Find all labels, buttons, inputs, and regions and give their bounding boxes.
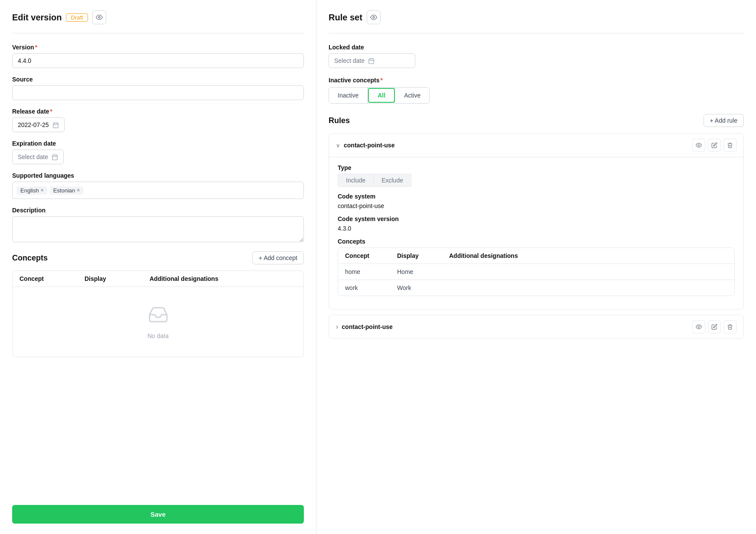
- rule-1-title-row: ∨ contact-point-use: [336, 142, 394, 149]
- table-row: work Work: [338, 280, 734, 296]
- locked-date-label: Locked date: [329, 44, 744, 51]
- supported-languages-label: Supported languages: [12, 172, 304, 179]
- table-row: home Home: [338, 264, 734, 280]
- left-panel-header: Edit version Draft: [12, 10, 304, 33]
- svg-point-0: [98, 16, 100, 18]
- ruleset-preview-button[interactable]: [367, 10, 381, 24]
- toggle-active[interactable]: Active: [395, 88, 429, 103]
- r1-col-display: Display: [397, 252, 449, 259]
- release-date-picker[interactable]: 2022-07-25: [12, 117, 65, 132]
- eye-icon-right: [370, 14, 377, 21]
- description-textarea[interactable]: [12, 216, 304, 242]
- expiration-date-label: Expiration date: [12, 140, 304, 147]
- locked-date-picker[interactable]: Select date: [329, 53, 415, 68]
- rule-1-view-button[interactable]: [692, 139, 705, 152]
- r1-row1-display: Home: [397, 268, 449, 275]
- rule-1-table-header: Concept Display Additional designations: [338, 248, 734, 264]
- svg-point-15: [698, 326, 700, 328]
- rule-1-codesystemversion-label: Code system version: [338, 215, 735, 222]
- rule-1-codesystem-field: Code system contact-point-use: [338, 193, 735, 209]
- concepts-table-header: Concept Display Additional designations: [13, 271, 303, 287]
- rule-1-type-label: Type: [338, 164, 735, 171]
- left-panel: Edit version Draft Version* Source Relea…: [0, 0, 316, 534]
- rule-1-codesystem-label: Code system: [338, 193, 735, 200]
- r1-row2-additional: [449, 284, 727, 291]
- eye-icon-rule-2: [696, 324, 702, 330]
- chevron-right-icon-2[interactable]: ›: [336, 323, 338, 331]
- tag-english-label: English: [20, 187, 39, 194]
- tag-estonian-remove[interactable]: ×: [77, 188, 80, 193]
- rule-2-edit-button[interactable]: [708, 320, 721, 333]
- version-input[interactable]: [12, 53, 304, 68]
- preview-button[interactable]: [92, 10, 106, 24]
- svg-rect-5: [52, 155, 57, 160]
- rule-1-type-buttons: Include Exclude: [338, 174, 735, 187]
- concepts-empty-state: No data: [13, 287, 303, 357]
- rule-1-concepts-table: Concept Display Additional designations …: [338, 247, 735, 296]
- concepts-section-header: Concepts + Add concept: [12, 251, 304, 264]
- eye-icon-rule-1: [696, 142, 702, 148]
- locked-date-section: Locked date Select date: [329, 44, 744, 68]
- ruleset-title: Rule set: [329, 13, 362, 23]
- release-date-field-group: Release date* 2022-07-25: [12, 108, 304, 132]
- source-field-group: Source: [12, 76, 304, 100]
- page-title: Edit version: [12, 13, 62, 23]
- rules-section-header: Rules + Add rule: [329, 114, 744, 127]
- svg-rect-1: [53, 123, 58, 127]
- rule-card-2: › contact-point-use: [329, 315, 744, 339]
- pencil-icon-rule-1: [711, 142, 717, 148]
- calendar-icon: [52, 122, 59, 128]
- languages-tags-input[interactable]: English × Estonian ×: [12, 182, 304, 199]
- release-date-label: Release date*: [12, 108, 304, 115]
- version-field-group: Version*: [12, 44, 304, 68]
- calendar-icon-locked: [368, 58, 375, 64]
- col-additional: Additional designations: [150, 275, 297, 282]
- rule-1-name: contact-point-use: [344, 142, 394, 149]
- supported-languages-field-group: Supported languages English × Estonian ×: [12, 172, 304, 199]
- source-input[interactable]: [12, 85, 304, 100]
- add-rule-button[interactable]: + Add rule: [704, 114, 744, 127]
- rule-2-view-button[interactable]: [692, 320, 705, 333]
- rule-2-name: contact-point-use: [342, 323, 392, 330]
- rule-1-delete-button[interactable]: [723, 139, 736, 152]
- rule-1-include-btn[interactable]: Include: [338, 174, 374, 187]
- empty-inbox-icon: [148, 304, 169, 329]
- inactive-concepts-toggle: Inactive All Active: [329, 87, 430, 104]
- r1-row2-display: Work: [397, 284, 449, 291]
- inactive-concepts-section: Inactive concepts* Inactive All Active: [329, 77, 744, 104]
- col-display: Display: [85, 275, 150, 282]
- version-label: Version*: [12, 44, 304, 51]
- rule-1-actions: [692, 139, 736, 152]
- rule-1-edit-button[interactable]: [708, 139, 721, 152]
- toggle-all[interactable]: All: [368, 88, 395, 103]
- inactive-concepts-label: Inactive concepts*: [329, 77, 744, 84]
- rule-2-actions: [692, 320, 736, 333]
- rule-1-concepts-field: Concepts Concept Display Additional desi…: [338, 238, 735, 296]
- r1-row1-additional: [449, 268, 727, 275]
- trash-icon-rule-1: [727, 142, 733, 148]
- tag-english: English ×: [17, 186, 47, 195]
- r1-col-additional: Additional designations: [449, 252, 727, 259]
- rule-1-concepts-label: Concepts: [338, 238, 735, 245]
- save-button[interactable]: Save: [12, 505, 304, 524]
- rule-1-exclude-btn[interactable]: Exclude: [374, 174, 411, 187]
- concepts-title: Concepts: [12, 254, 48, 263]
- tag-english-remove[interactable]: ×: [41, 188, 44, 193]
- description-label: Description: [12, 207, 304, 214]
- draft-badge: Draft: [66, 13, 88, 22]
- tag-estonian-label: Estonian: [53, 187, 75, 194]
- expiration-date-field-group: Expiration date Select date: [12, 140, 304, 164]
- r1-row1-concept: home: [345, 268, 397, 275]
- svg-point-14: [698, 144, 700, 146]
- chevron-down-icon-1[interactable]: ∨: [336, 142, 340, 149]
- r1-col-concept: Concept: [345, 252, 397, 259]
- rule-1-codesystemversion-value: 4.3.0: [338, 225, 735, 232]
- expiration-date-picker[interactable]: Select date: [12, 150, 64, 164]
- add-concept-button[interactable]: + Add concept: [252, 251, 304, 264]
- col-concept: Concept: [20, 275, 85, 282]
- rule-2-delete-button[interactable]: [723, 320, 736, 333]
- rules-title: Rules: [329, 116, 350, 125]
- expiration-date-placeholder: Select date: [18, 153, 48, 160]
- toggle-inactive[interactable]: Inactive: [329, 88, 368, 103]
- release-date-value: 2022-07-25: [18, 121, 49, 128]
